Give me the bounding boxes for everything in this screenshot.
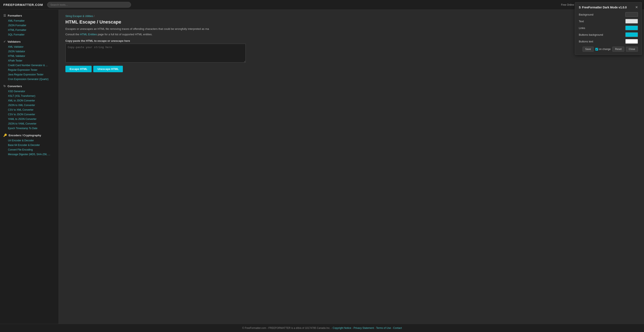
buttons-text-label: Buttons text bbox=[579, 40, 593, 43]
text-label: Text bbox=[579, 20, 584, 23]
buttons-background-color-swatch[interactable] bbox=[625, 32, 638, 37]
sidebar-item-xml-to-json[interactable]: XML to JSON Converter bbox=[0, 98, 58, 103]
sidebar-item-cron[interactable]: Cron Expression Generator (Quartz) bbox=[0, 77, 58, 81]
on-change-label[interactable]: on change bbox=[595, 48, 611, 51]
sidebar-item-epoch[interactable]: Epoch Timestamp To Date bbox=[0, 126, 58, 131]
popup-header: S FreeFormatter Dark Mode v1.0.0 ✕ bbox=[579, 5, 638, 9]
background-color-swatch[interactable] bbox=[625, 12, 638, 17]
formatters-label: Formatters bbox=[8, 14, 22, 17]
popup-row-buttons-text: Buttons text bbox=[579, 39, 638, 44]
popup-s-icon: S bbox=[579, 6, 581, 9]
popup-reset-button[interactable]: Reset bbox=[612, 47, 624, 52]
sidebar-item-json-to-yaml[interactable]: JSON to YAML Converter bbox=[0, 121, 58, 126]
search-input[interactable] bbox=[47, 2, 131, 8]
sidebar-item-xslt[interactable]: XSLT (XSL Transformer) bbox=[0, 94, 58, 98]
sidebar-item-csv-to-json[interactable]: CSV to JSON Converter bbox=[0, 112, 58, 117]
page-description-1: Escapes or unescapes an HTML file removi… bbox=[66, 27, 637, 31]
unescape-html-button[interactable]: Unescape HTML bbox=[93, 66, 123, 72]
html-input[interactable] bbox=[66, 44, 246, 63]
sidebar-item-url-encoder[interactable]: Url Encoder & Decoder bbox=[0, 138, 58, 143]
sidebar-section-encoders: 🔑 Encoders / Cryptography Url Encoder & … bbox=[0, 132, 58, 157]
validators-icon: ✓ bbox=[3, 40, 6, 43]
formatters-icon: ☰ bbox=[3, 14, 6, 17]
sidebar-item-message-digester[interactable]: Message Digester (MD5, SHA-256, ... bbox=[0, 152, 58, 157]
page-title: HTML Escape / Unescape bbox=[66, 19, 637, 25]
popup-title-text: FreeFormatter Dark Mode v1.0.0 bbox=[582, 6, 626, 9]
sidebar-item-regex-tester[interactable]: Regular Expression Tester bbox=[0, 68, 58, 72]
encoders-label: Encoders / Cryptography bbox=[8, 134, 41, 137]
footer-copyright: © FreeFormatter.com - FREEFORMATTER is a… bbox=[242, 326, 332, 329]
sidebar-item-json-formatter[interactable]: JSON Formatter bbox=[0, 23, 58, 28]
sidebar-item-base64[interactable]: Base 64 Encoder & Decoder bbox=[0, 143, 58, 147]
sidebar-item-csv-to-xml[interactable]: CSV to XML Converter bbox=[0, 107, 58, 112]
converters-label: Converters bbox=[8, 85, 22, 88]
sidebar-section-title-validators: ✓ Validators bbox=[0, 39, 58, 45]
validators-label: Validators bbox=[8, 40, 20, 43]
sidebar-item-json-validator[interactable]: JSON Validator bbox=[0, 49, 58, 54]
footer: © FreeFormatter.com - FREEFORMATTER is a… bbox=[0, 324, 644, 332]
sidebar-item-xml-formatter[interactable]: XML Formatter bbox=[0, 19, 58, 23]
popup-footer: Save on change Reset Close bbox=[579, 47, 638, 52]
breadcrumb: String Escaper & Utilities / bbox=[66, 15, 637, 18]
breadcrumb-link[interactable]: String Escaper & Utilities bbox=[66, 15, 93, 18]
sidebar-item-html-formatter[interactable]: HTML Formatter bbox=[0, 28, 58, 32]
sidebar-item-java-regex[interactable]: Java Regular Expression Tester bbox=[0, 72, 58, 77]
popup-close-button[interactable]: Close bbox=[626, 47, 638, 52]
escape-html-button[interactable]: Escape HTML bbox=[66, 66, 92, 72]
popup-close-x-button[interactable]: ✕ bbox=[635, 5, 638, 9]
footer-link-privacy[interactable]: Privacy Statement bbox=[354, 326, 374, 329]
sidebar-section-validators: ✓ Validators XML Validator JSON Validato… bbox=[0, 39, 58, 81]
encoders-icon: 🔑 bbox=[3, 133, 7, 137]
sidebar-section-title-formatters: ☰ Formatters bbox=[0, 13, 58, 19]
header: FREEFORMATTER.COM Free Online Tools For … bbox=[0, 0, 644, 10]
sidebar-item-convert-file[interactable]: Convert File Encoding bbox=[0, 147, 58, 152]
html-entities-link[interactable]: HTML Entities bbox=[80, 33, 97, 36]
popup-row-links: Links bbox=[579, 26, 638, 30]
layout: ☰ Formatters XML Formatter JSON Formatte… bbox=[0, 10, 644, 324]
dark-mode-popup: S FreeFormatter Dark Mode v1.0.0 ✕ Backg… bbox=[575, 2, 642, 55]
footer-link-contact[interactable]: Contact bbox=[393, 326, 402, 329]
site-logo: FREEFORMATTER.COM bbox=[3, 3, 43, 7]
main-content: String Escaper & Utilities / HTML Escape… bbox=[59, 10, 644, 324]
textarea-label: Copy-paste the HTML to escape or unescap… bbox=[66, 39, 637, 42]
popup-title: S FreeFormatter Dark Mode v1.0.0 bbox=[579, 6, 627, 9]
page-description-2: Consult the HTML Entities page for a ful… bbox=[66, 32, 637, 37]
sidebar-item-credit-card[interactable]: Credit Card Number Generator & ... bbox=[0, 63, 58, 68]
desc2-prefix: Consult the bbox=[66, 33, 80, 36]
popup-save-button[interactable]: Save bbox=[582, 47, 594, 52]
buttons-text-color-swatch[interactable] bbox=[625, 39, 638, 44]
popup-row-background: Background bbox=[579, 12, 638, 17]
search-bar[interactable] bbox=[47, 2, 131, 8]
sidebar-section-title-encoders: 🔑 Encoders / Cryptography bbox=[0, 132, 58, 138]
desc2-suffix: page for a full list of supported HTML e… bbox=[97, 33, 152, 36]
links-color-swatch[interactable] bbox=[625, 26, 638, 30]
links-label: Links bbox=[579, 27, 585, 30]
breadcrumb-separator: / bbox=[94, 15, 94, 18]
sidebar-item-xsd-generator[interactable]: XSD Generator bbox=[0, 89, 58, 94]
sidebar: ☰ Formatters XML Formatter JSON Formatte… bbox=[0, 10, 59, 324]
sidebar-section-title-converters: ↻ Converters bbox=[0, 83, 58, 89]
sidebar-item-xml-validator[interactable]: XML Validator bbox=[0, 45, 58, 49]
sidebar-item-sql-formatter[interactable]: SQL Formatter bbox=[0, 32, 58, 37]
background-label: Background bbox=[579, 13, 593, 16]
converters-icon: ↻ bbox=[3, 84, 6, 88]
sidebar-section-converters: ↻ Converters XSD Generator XSLT (XSL Tra… bbox=[0, 83, 58, 131]
footer-link-terms[interactable]: Terms of Use bbox=[376, 326, 391, 329]
action-buttons: Escape HTML Unescape HTML bbox=[66, 66, 637, 72]
popup-row-buttons-bg: Buttons background bbox=[579, 32, 638, 37]
sidebar-item-yaml-to-json[interactable]: YAML to JSON Converter bbox=[0, 117, 58, 121]
on-change-checkbox[interactable] bbox=[595, 48, 598, 51]
on-change-text: on change bbox=[599, 48, 611, 51]
sidebar-section-formatters: ☰ Formatters XML Formatter JSON Formatte… bbox=[0, 13, 58, 37]
footer-sep-2: - bbox=[374, 326, 376, 329]
popup-row-text: Text bbox=[579, 19, 638, 24]
text-color-swatch[interactable] bbox=[625, 19, 638, 24]
sidebar-item-xpath-tester[interactable]: XPath Tester bbox=[0, 58, 58, 63]
footer-link-copyright[interactable]: Copyright Notice bbox=[333, 326, 351, 329]
sidebar-item-html-validator[interactable]: HTML Validator bbox=[0, 54, 58, 58]
buttons-background-label: Buttons background bbox=[579, 33, 603, 36]
sidebar-item-json-to-xml[interactable]: JSON to XML Converter bbox=[0, 103, 58, 107]
